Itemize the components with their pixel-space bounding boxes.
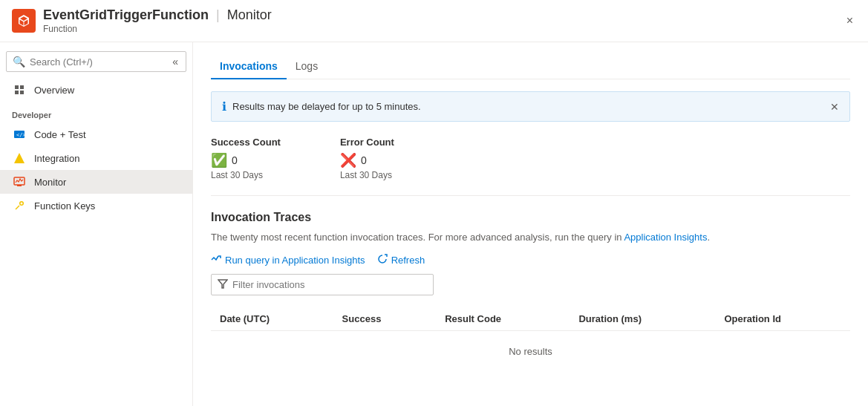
no-results-cell: No results [211,330,850,372]
invocation-traces-title: Invocation Traces [211,211,850,224]
col-success: Success [333,307,437,331]
main-layout: 🔍 « Overview Developer </> Code + Test I… [0,42,868,406]
sidebar: 🔍 « Overview Developer </> Code + Test I… [0,42,193,406]
header-separator: | [216,7,220,23]
col-duration: Duration (ms) [570,307,715,331]
header-subtitle: Monitor [227,7,272,23]
sidebar-item-integration-label: Integration [34,153,79,164]
header-title-group: EventGridTriggerFunction | Monitor Funct… [43,7,272,34]
monitor-icon [12,176,27,188]
function-name: EventGridTriggerFunction [43,7,209,23]
app-insights-link[interactable]: Application Insights [624,232,707,243]
search-icon: 🔍 [13,56,25,68]
tabs: Invocations Logs [211,54,850,79]
table-header: Date (UTC) Success Result Code Duration … [211,307,850,331]
collapse-button[interactable]: « [171,56,180,68]
success-count-value: ✅ 0 [211,152,281,168]
sidebar-item-function-keys-label: Function Keys [34,200,95,212]
table-wrap: Date (UTC) Success Result Code Duration … [211,307,850,372]
col-date: Date (UTC) [211,307,333,331]
error-icon: ❌ [340,152,356,168]
error-count-days: Last 30 Days [340,170,394,180]
success-count-block: Success Count ✅ 0 Last 30 Days [211,137,281,180]
code-test-icon: </> [12,128,27,140]
error-count-label: Error Count [340,137,394,148]
integration-icon [12,152,27,164]
toolbar: Run query in Application Insights Refres… [211,254,850,266]
col-operation-id: Operation Id [715,307,850,331]
sidebar-item-monitor[interactable]: Monitor [0,170,192,194]
invocations-table: Date (UTC) Success Result Code Duration … [211,307,850,372]
sidebar-item-overview[interactable]: Overview [0,78,192,102]
run-query-label: Run query in Application Insights [225,255,365,266]
divider [211,195,850,196]
no-results-row: No results [211,330,850,372]
info-banner-text: Results may be delayed for up to 5 minut… [232,101,830,112]
svg-marker-2 [14,153,25,163]
table-body: No results [211,330,850,372]
refresh-label: Refresh [391,255,425,266]
top-header: EventGridTriggerFunction | Monitor Funct… [0,0,868,42]
filter-input-wrap[interactable] [211,274,434,295]
svg-marker-5 [218,280,227,288]
success-count-days: Last 30 Days [211,170,281,180]
search-input[interactable] [30,56,171,68]
desc-prefix: The twenty most recent function invocati… [211,232,624,243]
invocation-traces-section: Invocation Traces The twenty most recent… [211,211,850,372]
developer-section-label: Developer [0,102,192,122]
search-box[interactable]: 🔍 « [6,51,186,72]
info-banner: ℹ Results may be delayed for up to 5 min… [211,91,850,122]
invocation-traces-desc: The twenty most recent function invocati… [211,230,850,245]
desc-suffix: . [707,232,710,243]
overview-icon [12,84,27,96]
info-icon: ℹ [222,99,226,114]
filter-input[interactable] [232,279,427,290]
run-query-icon [211,254,221,266]
error-count-block: Error Count ❌ 0 Last 30 Days [340,137,394,180]
success-count-number: 0 [232,154,238,166]
header-function-label: Function [43,24,272,34]
success-count-label: Success Count [211,137,281,148]
error-count-number: 0 [361,154,367,166]
success-icon: ✅ [211,152,227,168]
function-keys-icon [12,200,27,212]
refresh-icon [377,254,388,266]
filter-row [211,274,850,295]
tab-invocations[interactable]: Invocations [211,54,287,79]
sidebar-item-integration[interactable]: Integration [0,146,192,170]
sidebar-item-code-test-label: Code + Test [34,129,86,140]
error-count-value: ❌ 0 [340,152,394,168]
close-button[interactable]: × [843,11,856,30]
counts-row: Success Count ✅ 0 Last 30 Days Error Cou… [211,137,850,180]
sidebar-item-function-keys[interactable]: Function Keys [0,194,192,217]
run-query-button[interactable]: Run query in Application Insights [211,254,365,266]
svg-text:</>: </> [16,132,25,138]
content-area: Invocations Logs ℹ Results may be delaye… [193,42,868,406]
filter-icon [218,278,228,291]
svg-rect-4 [17,185,22,186]
sidebar-item-overview-label: Overview [34,85,74,96]
app-icon [12,9,36,33]
tab-logs[interactable]: Logs [287,54,327,79]
info-banner-close[interactable]: ✕ [830,101,839,113]
sidebar-item-monitor-label: Monitor [34,177,66,188]
refresh-button[interactable]: Refresh [377,254,425,266]
sidebar-item-code-test[interactable]: </> Code + Test [0,122,192,146]
col-result-code: Result Code [436,307,570,331]
